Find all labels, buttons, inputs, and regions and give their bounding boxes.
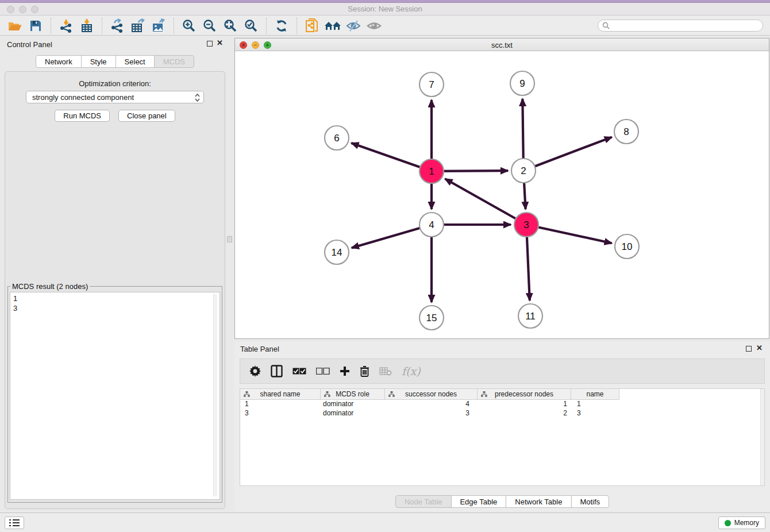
zoom-in-icon[interactable] [179,17,199,34]
show-eye-icon[interactable] [364,17,384,34]
import-table-icon[interactable] [76,17,97,34]
app-titlebar: Session: New Session [0,3,770,16]
zoom-selected-icon[interactable] [241,17,261,34]
delete-column-trash-icon[interactable] [360,365,369,377]
graph-node-1[interactable]: 1 [419,159,444,183]
tab-mcds[interactable]: MCDS [154,55,194,68]
float-panel-icon[interactable] [207,41,213,47]
node-label: 8 [623,126,629,137]
delete-table-icon[interactable] [379,367,392,376]
hide-eye-icon[interactable] [343,17,364,34]
network-view-window: × − + scc.txt 7968124314101511 [234,38,769,339]
column-label: shared name [260,390,300,398]
result-scrollbar[interactable] [213,294,217,496]
edge-3-to-1[interactable] [445,179,526,225]
node-label: 9 [519,78,525,89]
memory-button[interactable]: Memory [718,516,765,529]
create-column-plus-icon[interactable] [340,366,350,376]
edge-1-to-6[interactable] [351,143,432,171]
tab-network-table[interactable]: Network Table [506,495,571,508]
mcds-result-text[interactable]: 1 3 [10,292,220,500]
function-builder-icon[interactable]: f(x) [402,365,421,377]
graph-node-10[interactable]: 10 [615,234,639,259]
table-panel-title: Table Panel [240,345,279,353]
tab-style[interactable]: Style [81,55,116,68]
column-header-predecessor-nodes[interactable]: predecessor nodes [478,389,571,400]
table-row[interactable]: 3dominator323 [240,409,764,418]
zoom-out-icon[interactable] [199,17,220,34]
graph-node-8[interactable]: 8 [614,119,638,144]
column-header-MCDS-role[interactable]: MCDS role [321,389,385,400]
toolbar-separator [297,18,297,34]
tab-edge-table[interactable]: Edge Table [451,495,506,508]
close-panel-icon[interactable]: ✕ [756,344,763,352]
table-cell[interactable]: 1 [571,400,619,409]
graph-node-2[interactable]: 2 [511,159,536,183]
tab-select[interactable]: Select [116,55,155,68]
memory-status-icon [725,520,731,526]
graph-node-15[interactable]: 15 [419,306,444,330]
float-panel-icon[interactable] [746,346,752,352]
node-label: 3 [523,219,529,230]
table-body: 1dominator4113dominator323 [240,400,764,418]
node-label: 15 [426,313,437,323]
edge-3-to-10[interactable] [526,225,612,243]
table-cell[interactable]: 3 [571,409,619,418]
column-header-name[interactable]: name [571,389,619,400]
search-field[interactable] [598,20,763,32]
network-canvas[interactable]: 7968124314101511 [236,52,768,338]
graph-node-6[interactable]: 6 [325,126,349,150]
close-panel-icon[interactable]: ✕ [217,39,223,47]
graph-node-3[interactable]: 3 [514,213,538,237]
import-network-icon[interactable] [56,17,76,34]
graph-node-9[interactable]: 9 [510,71,534,95]
column-label: predecessor nodes [495,390,553,398]
run-mcds-button[interactable]: Run MCDS [55,110,110,122]
export-network-icon[interactable] [107,17,128,34]
mcds-result-title: MCDS result (2 nodes) [10,282,90,291]
tab-motifs[interactable]: Motifs [571,495,609,508]
attribute-tree-icon [388,391,395,397]
table-toolbar: f(x) [240,358,765,384]
network-window-titlebar[interactable]: × − + scc.txt [235,38,769,51]
task-history-button[interactable] [5,516,24,529]
close-panel-button[interactable]: Close panel [118,110,175,122]
export-image-icon[interactable] [148,17,169,34]
table-scrollbar[interactable] [760,389,764,485]
save-icon[interactable] [25,17,46,34]
table-cell[interactable]: 3 [385,409,478,418]
home-layout-icon[interactable] [322,17,343,34]
table-row[interactable]: 1dominator411 [240,400,764,409]
edge-2-to-8[interactable] [523,137,612,171]
table-cell[interactable]: dominator [321,409,385,418]
graph-node-4[interactable]: 4 [419,213,444,237]
zoom-fit-icon[interactable] [220,17,241,34]
deselect-all-columns-icon[interactable] [316,368,330,375]
table-cell[interactable]: 2 [478,409,571,418]
tab-network[interactable]: Network [36,55,82,68]
table-cell[interactable]: dominator [321,400,385,409]
refresh-icon[interactable] [271,17,292,34]
search-input[interactable] [613,22,756,30]
clone-network-icon[interactable] [302,17,322,34]
graph-node-7[interactable]: 7 [419,72,444,97]
criterion-select[interactable]: strongly connected component [26,91,204,103]
table-cell[interactable]: 3 [240,409,321,418]
table-cell[interactable]: 1 [240,400,321,409]
column-header-shared-name[interactable]: shared name [240,389,321,400]
export-table-icon[interactable] [128,17,148,34]
node-label: 14 [332,247,342,258]
table-settings-gear-icon[interactable] [249,365,261,377]
column-header-successor-nodes[interactable]: successor nodes [385,389,478,400]
splitter-grip[interactable] [227,236,232,242]
toolbar-separator [51,18,51,34]
graph-node-11[interactable]: 11 [518,304,542,328]
tab-node-table[interactable]: Node Table [395,495,452,508]
column-label: MCDS role [336,390,369,398]
graph-node-14[interactable]: 14 [325,240,349,264]
select-all-columns-icon[interactable] [292,368,306,375]
table-cell[interactable]: 4 [385,400,478,409]
show-columns-icon[interactable] [271,365,283,377]
open-folder-icon[interactable] [5,17,25,34]
table-cell[interactable]: 1 [478,400,571,409]
